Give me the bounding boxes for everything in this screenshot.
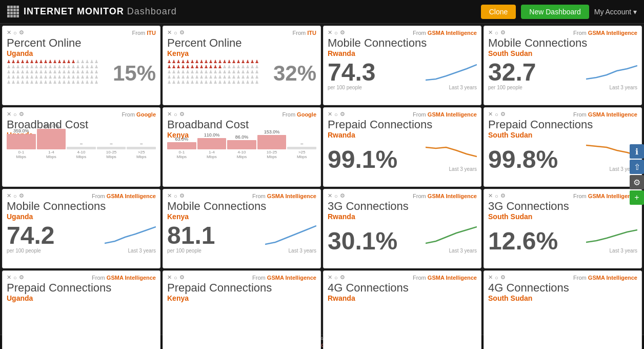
gear-icon[interactable]: ⚙ [19,111,24,118]
card-card-11: ✕ ○ ⚙ From GSMA Intelligence 3G Connecti… [323,189,481,268]
circle-icon[interactable]: ○ [13,111,17,118]
sparkline-container: Last 3 years [426,60,477,90]
circle-icon[interactable]: ○ [13,275,17,281]
card-controls: ✕ ○ ⚙ [7,274,24,281]
circle-icon[interactable]: ○ [13,30,17,36]
circle-icon[interactable]: ○ [495,111,498,118]
card-subtitle: Kenya [167,294,316,302]
close-icon[interactable]: ✕ [488,29,493,36]
card-subtitle: Uganda [7,212,156,221]
close-icon[interactable]: ✕ [167,192,172,199]
gear-icon[interactable]: ⚙ [19,192,24,199]
add-side-button[interactable]: + [630,190,644,205]
close-icon[interactable]: ✕ [167,274,172,281]
source-name: GSMA Intelligence [428,30,477,36]
card-controls: ✕ ○ ⚙ [167,274,185,281]
card-title: Percent Online [167,37,316,49]
percent-value: 32% [273,61,316,86]
circle-icon[interactable]: ○ [495,275,498,281]
last-label: Last 3 years [426,166,477,172]
big-number: 12.6% [488,229,558,254]
close-icon[interactable]: ✕ [328,111,332,118]
header: INTERNET MONITOR Dashboard Clone New Das… [0,0,644,24]
new-dashboard-button[interactable]: New Dashboard [521,5,589,19]
circle-icon[interactable]: ○ [495,30,498,36]
circle-icon[interactable]: ○ [174,193,177,199]
gear-icon[interactable]: ⚙ [500,111,506,118]
bar-value: 359.0% [13,128,29,133]
card-title: Broadband Cost [167,119,316,131]
gear-icon[interactable]: ⚙ [340,111,345,118]
percent-value: 15% [113,61,156,86]
gear-icon[interactable]: ⚙ [340,29,345,36]
last-label: Last 3 years [265,248,316,254]
circle-icon[interactable]: ○ [13,193,17,199]
close-icon[interactable]: ✕ [167,29,172,36]
my-account-menu[interactable]: My Account ▾ [594,8,637,16]
close-icon[interactable]: ✕ [7,192,11,199]
close-icon[interactable]: ✕ [328,29,332,36]
card-source: From GSMA Intelligence [413,30,477,36]
gear-side-button[interactable]: ⚙ [630,175,644,189]
card-title: 4G Connections [488,282,637,294]
close-icon[interactable]: ✕ [488,274,493,281]
circle-icon[interactable]: ○ [334,111,338,118]
close-icon[interactable]: ✕ [167,111,172,118]
card-header: ✕ ○ ⚙ From GSMA Intelligence [328,29,477,36]
card-subtitle: Rwanda [328,212,477,221]
gear-icon[interactable]: ⚙ [500,192,506,199]
source-name: GSMA Intelligence [428,111,477,118]
circle-icon[interactable]: ○ [334,193,338,199]
card-controls: ✕ ○ ⚙ [488,192,506,199]
bar-rect [67,147,96,149]
close-icon[interactable]: ✕ [328,274,332,281]
close-icon[interactable]: ✕ [328,192,332,199]
gear-icon[interactable]: ⚙ [19,274,24,281]
card-source: From GSMA Intelligence [92,275,156,281]
bar-value: – [80,141,83,146]
gear-icon[interactable]: ⚙ [179,274,185,281]
card-controls: ✕ ○ ⚙ [7,111,24,118]
circle-icon[interactable]: ○ [174,30,177,36]
circle-icon[interactable]: ○ [334,30,338,36]
card-header: ✕ ○ ⚙ From GSMA Intelligence [328,192,477,199]
bar-value: – [110,141,113,146]
circle-icon[interactable]: ○ [334,275,338,281]
gear-icon[interactable]: ⚙ [500,274,506,281]
circle-icon[interactable]: ○ [174,275,177,281]
percent-row: ♟♟♟♟♟♟♟♟♟♟♟♟♟♟♟♟♟♟♟♟♟♟♟♟♟♟♟♟♟♟♟♟♟♟♟♟♟♟♟♟… [7,60,156,87]
card-controls: ✕ ○ ⚙ [167,111,185,118]
percent-row: ♟♟♟♟♟♟♟♟♟♟♟♟♟♟♟♟♟♟♟♟♟♟♟♟♟♟♟♟♟♟♟♟♟♟♟♟♟♟♟♟… [167,60,316,87]
close-icon[interactable]: ✕ [7,274,11,281]
share-side-button[interactable]: ⇧ [630,160,644,174]
bar-label: 10-25Mbps [106,150,116,159]
gear-icon[interactable]: ⚙ [179,111,185,118]
dashboard-grid: ✕ ○ ⚙ From ITU Percent Online Uganda ♟♟♟… [0,24,644,335]
close-icon[interactable]: ✕ [7,29,11,36]
gear-icon[interactable]: ⚙ [179,192,185,199]
card-subtitle: Kenya [167,49,316,57]
clone-button[interactable]: Clone [481,5,516,19]
card-controls: ✕ ○ ⚙ [328,274,345,281]
sparkline-container: Last 3 years [426,141,477,172]
source-name: GSMA Intelligence [107,193,156,199]
source-name: GSMA Intelligence [107,275,156,281]
bar-col: 63.0% 0-1Mbps [167,137,196,159]
source-name: GSMA Intelligence [267,193,316,199]
gear-icon[interactable]: ⚙ [500,29,506,36]
circle-icon[interactable]: ○ [495,193,498,199]
gear-icon[interactable]: ⚙ [340,274,345,281]
source-name: GSMA Intelligence [588,275,637,281]
gear-icon[interactable]: ⚙ [340,192,345,199]
circle-icon[interactable]: ○ [174,111,177,118]
gear-icon[interactable]: ⚙ [19,29,24,36]
close-icon[interactable]: ✕ [7,111,11,118]
close-icon[interactable]: ✕ [488,111,493,118]
card-title: Mobile Connections [167,200,316,212]
gear-icon[interactable]: ⚙ [179,29,185,36]
info-side-button[interactable]: ℹ [630,144,644,159]
card-header: ✕ ○ ⚙ From Google [167,111,316,118]
close-icon[interactable]: ✕ [488,192,493,199]
logo-grid [7,6,19,18]
number-chart-row: 81.1 per 100 people Last 3 years [167,223,316,254]
